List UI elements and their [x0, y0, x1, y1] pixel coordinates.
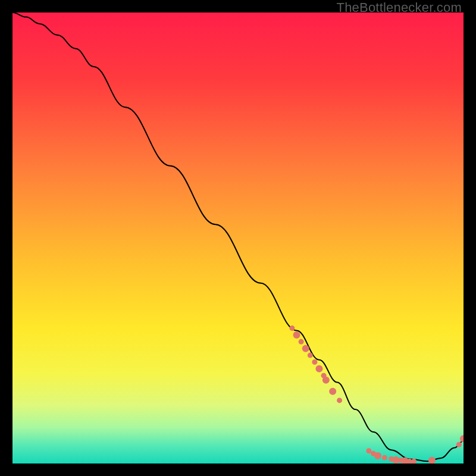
data-point	[374, 452, 381, 459]
data-point	[289, 325, 295, 331]
data-point	[366, 448, 371, 453]
watermark-text: TheBottlenecker.com	[337, 0, 462, 15]
data-point	[337, 397, 342, 403]
chart-background	[12, 12, 464, 464]
data-point	[299, 339, 304, 345]
data-point	[293, 331, 300, 339]
data-point	[382, 455, 387, 461]
data-point	[312, 359, 317, 365]
data-point	[315, 365, 322, 372]
chart-svg	[12, 12, 464, 464]
data-point	[456, 442, 462, 447]
data-point	[329, 388, 336, 395]
data-point	[308, 353, 313, 358]
bottleneck-chart	[12, 12, 464, 464]
data-point	[322, 377, 330, 384]
data-point	[302, 345, 309, 352]
